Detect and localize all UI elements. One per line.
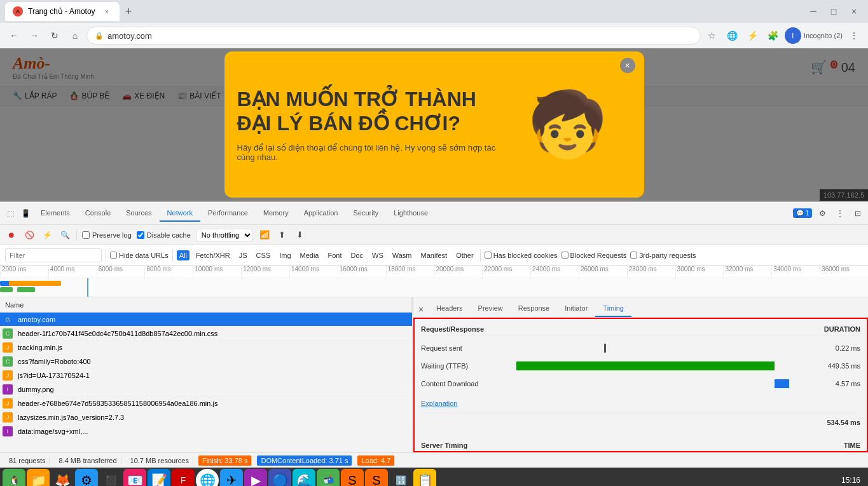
detail-tab-initiator[interactable]: Initiator <box>557 300 595 317</box>
record-button[interactable]: ⏺ <box>5 229 18 241</box>
throttle-select[interactable]: No throttling <box>196 229 253 241</box>
taskbar-chrome-icon[interactable]: 🌐 <box>196 469 219 486</box>
request-row[interactable]: G amotoy.com <box>0 313 412 327</box>
devtools-device-icon[interactable]: 📱 <box>18 206 33 221</box>
forward-button[interactable]: → <box>25 27 43 44</box>
filter-js[interactable]: JS <box>237 250 250 260</box>
tab-security[interactable]: Security <box>345 205 386 222</box>
explanation-link[interactable]: Explanation <box>421 400 458 407</box>
request-row[interactable]: J lazysizes.min.js?ao_version=2.7.3 <box>0 410 412 424</box>
taskbar-app6-icon[interactable]: 🔵 <box>268 469 291 486</box>
tab-network[interactable]: Network <box>160 205 200 222</box>
minimize-button[interactable]: ─ <box>804 3 822 20</box>
request-row[interactable]: I data:image/svg+xml,... <box>0 424 412 438</box>
taskbar-sublime2-icon[interactable]: S <box>365 469 388 486</box>
tab-sources[interactable]: Sources <box>118 205 159 222</box>
extensions-icon[interactable]: 🧩 <box>764 27 782 44</box>
back-button[interactable]: ← <box>5 27 23 44</box>
browser-tab-active[interactable]: A Trang chủ - Amotoy × <box>5 2 120 21</box>
filter-fetch-xhr[interactable]: Fetch/XHR <box>193 250 233 260</box>
req-name: dummy.png <box>15 386 412 393</box>
taskbar-mail-icon[interactable]: 📧 <box>123 469 146 486</box>
request-row[interactable]: C header-1f1c70b741f45e0dc4c750b411d8db8… <box>0 327 412 341</box>
new-tab-button[interactable]: + <box>120 3 137 20</box>
hide-data-urls-checkbox[interactable]: Hide data URLs <box>110 252 169 259</box>
settings-icon[interactable]: ⚙ <box>815 206 830 221</box>
preserve-log-checkbox[interactable]: Preserve log <box>82 231 132 239</box>
filter-ws[interactable]: WS <box>369 250 386 260</box>
taskbar-app5-icon[interactable]: ▶ <box>244 469 267 486</box>
filter-all[interactable]: All <box>177 250 189 260</box>
popup-mascot: 🧒 <box>504 61 631 188</box>
import-icon[interactable]: ⬆ <box>276 229 289 241</box>
popup-close-button[interactable]: × <box>620 58 635 73</box>
window-close-button[interactable]: × <box>845 3 863 20</box>
tab-application[interactable]: Application <box>296 205 346 222</box>
filter-input[interactable] <box>5 248 102 262</box>
taskbar-telegram-icon[interactable]: ✈ <box>220 469 243 486</box>
clear-button[interactable]: 🚫 <box>23 229 36 241</box>
tab-memory[interactable]: Memory <box>256 205 296 222</box>
taskbar-terminal-icon[interactable]: ⬛ <box>99 469 122 486</box>
taskbar-filezilla-icon[interactable]: F <box>172 469 195 486</box>
detail-tab-bar: × Headers Preview Response Initiator Tim… <box>413 297 868 318</box>
address-bar[interactable]: 🔒 amotoy.com <box>86 27 701 44</box>
third-party-checkbox[interactable]: 3rd-party requests <box>630 252 696 259</box>
taskbar-settings-icon[interactable]: ⚙ <box>75 469 98 486</box>
wifi-icon[interactable]: 📶 <box>258 229 271 241</box>
detail-tab-timing[interactable]: Timing <box>595 300 631 317</box>
disable-cache-checkbox[interactable]: Disable cache <box>137 231 191 239</box>
export-icon[interactable]: ⬇ <box>294 229 307 241</box>
filter-other[interactable]: Other <box>453 250 476 260</box>
filter-wasm[interactable]: Wasm <box>390 250 415 260</box>
taskbar-sublime-icon[interactable]: S <box>341 469 364 486</box>
restore-button[interactable]: □ <box>825 3 843 20</box>
request-row[interactable]: I dummy.png <box>0 382 412 396</box>
detail-tab-response[interactable]: Response <box>511 300 558 317</box>
search-icon[interactable]: 🔍 <box>59 229 71 241</box>
request-row[interactable]: C css?family=Roboto:400 <box>0 354 412 368</box>
filter-img[interactable]: Img <box>277 250 293 260</box>
server-timing-label: Server Timing <box>421 442 467 449</box>
extension1-icon[interactable]: 🌐 <box>724 27 741 44</box>
detail-close-button[interactable]: × <box>413 302 429 317</box>
extension2-icon[interactable]: ⚡ <box>744 27 762 44</box>
tab-elements[interactable]: Elements <box>33 205 78 222</box>
detail-tab-preview[interactable]: Preview <box>471 300 511 317</box>
taskbar-firefox-icon[interactable]: 🦊 <box>51 469 74 486</box>
tab-performance[interactable]: Performance <box>200 205 256 222</box>
request-row[interactable]: J header-e768be674e7d5583533658511580069… <box>0 396 412 410</box>
taskbar-vscode-icon[interactable]: 📝 <box>148 469 170 486</box>
has-blocked-cookies-checkbox[interactable]: Has blocked cookies <box>485 252 558 259</box>
filter-css[interactable]: CSS <box>254 250 273 260</box>
tab-lighthouse[interactable]: Lighthouse <box>386 205 436 222</box>
taskbar-app8-icon[interactable]: 📬 <box>317 469 340 486</box>
taskbar-app7-icon[interactable]: 🌊 <box>293 469 315 486</box>
filter-doc[interactable]: Doc <box>348 250 366 260</box>
devtools-inspect-icon[interactable]: ⬚ <box>3 206 18 221</box>
detail-tab-headers[interactable]: Headers <box>429 300 471 317</box>
taskbar-linux-icon[interactable]: 🐧 <box>3 469 25 486</box>
filter-font[interactable]: Font <box>325 250 344 260</box>
divider4 <box>480 250 481 261</box>
bookmark-icon[interactable]: ☆ <box>703 27 721 44</box>
tm-10: 20000 ms <box>434 266 482 278</box>
filter-media[interactable]: Media <box>298 250 322 260</box>
menu-button[interactable]: ⋮ <box>845 27 863 44</box>
taskbar-sticky-icon[interactable]: 📋 <box>413 469 436 486</box>
filter-icon[interactable]: ⚡ <box>41 229 53 241</box>
taskbar-counter-icon[interactable]: 🔢 <box>389 469 412 486</box>
tab-close-button[interactable]: × <box>102 6 112 17</box>
request-list: Name G amotoy.com C header-1f1c70b741f45… <box>0 297 413 452</box>
request-row[interactable]: J tracking.min.js <box>0 341 412 354</box>
blocked-requests-checkbox[interactable]: Blocked Requests <box>561 252 627 259</box>
avatar-icon[interactable]: I <box>785 27 801 44</box>
filter-manifest[interactable]: Manifest <box>418 250 450 260</box>
reload-button[interactable]: ↻ <box>46 27 64 44</box>
home-button[interactable]: ⌂ <box>66 27 84 44</box>
tab-console[interactable]: Console <box>78 205 118 222</box>
more-icon[interactable]: ⋮ <box>832 206 848 221</box>
request-row[interactable]: J js?id=UA-173170524-1 <box>0 368 412 382</box>
taskbar-files-icon[interactable]: 📁 <box>27 469 50 486</box>
dock-icon[interactable]: ⊡ <box>850 206 865 221</box>
